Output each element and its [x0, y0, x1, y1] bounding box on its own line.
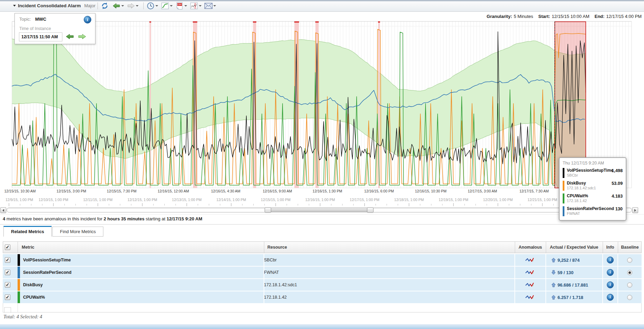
- tooltip-timestamp: Thu 12/17/15 9:20 AM: [563, 161, 623, 166]
- chart-type-dropdown-caret[interactable]: [170, 5, 173, 7]
- next-dropdown-caret[interactable]: [136, 5, 139, 7]
- divider: [0, 214, 644, 215]
- scrollbar-thumb[interactable]: [267, 208, 370, 212]
- timeline-label: 12/10/15, 1:00 PM: [39, 198, 68, 202]
- timeline-label: 12/11/15, 1:00 PM: [83, 198, 112, 202]
- resource-name: 172.18.1.42: [264, 291, 287, 303]
- start-label: Start:: [538, 14, 550, 19]
- timeline-label: 12/18/15, 1:00 PM: [394, 198, 424, 202]
- granularity-value: 5 Minutes: [514, 14, 533, 19]
- anomaly-sparkline-icon: [525, 282, 534, 288]
- range-info-bar: Granularity:5 MinutesStart:12/15/15 10:0…: [487, 14, 642, 19]
- table-row[interactable]: ✓ SessionRatePerSecond FWNAT 59 / 130 i: [3, 267, 642, 278]
- email-dropdown-caret[interactable]: [213, 5, 216, 7]
- bottom-panel-edge: [0, 325, 644, 329]
- x-axis-label: 12/16/15, 12:00 AM: [157, 189, 189, 193]
- incident-time-series-chart[interactable]: 12/15/15, 10:30 AM12/15/15, 3:00 PM12/15…: [0, 0, 644, 214]
- row-checkbox[interactable]: ✓: [5, 282, 10, 288]
- start-value: 12/15/15 10:00 AM: [552, 14, 589, 19]
- table-row[interactable]: ✓ VoIPSessionSetupTime SBCbr 9,252 / 874…: [3, 254, 642, 266]
- topic-info-icon[interactable]: i: [84, 16, 91, 23]
- tooltip-metric-value: 4.183: [612, 193, 623, 203]
- granularity-label: Granularity:: [487, 14, 512, 19]
- resource-name: SBCbr: [264, 254, 277, 266]
- next-time-arrow-icon[interactable]: [78, 33, 87, 42]
- row-checkbox[interactable]: ✓: [5, 257, 10, 263]
- resource-name: FWNAT: [264, 267, 279, 278]
- row-checkbox[interactable]: ✓: [5, 295, 10, 300]
- time-range-dropdown-caret[interactable]: [155, 5, 158, 7]
- select-all-checkbox[interactable]: ✓: [5, 245, 10, 250]
- previous-instance-button[interactable]: [112, 1, 121, 10]
- resource-column-header[interactable]: Resource: [267, 242, 287, 253]
- scrollbar-left-grip[interactable]: [265, 207, 271, 213]
- toolbar-separator: [143, 2, 144, 9]
- anomaly-view-dropdown-caret[interactable]: [199, 5, 202, 7]
- tab-related-metrics[interactable]: Related Metrics: [3, 226, 52, 237]
- series-color-bar: [18, 267, 20, 278]
- metric-column-header[interactable]: Metric: [22, 242, 34, 253]
- tooltip-resource-name: 172.18.1.42: [567, 199, 610, 203]
- next-instance-button[interactable]: [126, 1, 135, 10]
- row-checkbox[interactable]: ✓: [5, 270, 10, 275]
- tooltip-entry: DiskBusy 172.18.1.42:sdc1 53.09: [563, 181, 623, 191]
- chart-type-button[interactable]: [161, 1, 170, 10]
- x-axis-label: 12/16/15, 1:30 PM: [313, 189, 342, 193]
- email-button[interactable]: [204, 1, 213, 10]
- timeline-label: 12/17/15, 1:00 PM: [350, 198, 379, 202]
- time-of-instance-label: Time of Instance: [19, 26, 51, 31]
- baseline-radio[interactable]: [627, 258, 632, 263]
- baseline-radio[interactable]: [627, 295, 632, 300]
- x-axis-label: 12/16/15, 9:00 AM: [263, 189, 292, 193]
- refresh-button[interactable]: [100, 1, 109, 10]
- time-range-button[interactable]: [146, 1, 155, 10]
- alarm-selector-caret-icon[interactable]: [13, 5, 16, 7]
- anomaly-view-button[interactable]: [190, 1, 198, 10]
- x-axis-label: 12/16/15, 10:30 PM: [415, 189, 447, 193]
- timeline-label: 12/20/15, 1:00 PM: [483, 198, 513, 202]
- export-csv-button[interactable]: CSV: [175, 1, 184, 10]
- metrics-table-header: ✓MetricResourceAnomalousActual / Expecte…: [3, 241, 642, 253]
- previous-dropdown-caret[interactable]: [121, 5, 124, 7]
- clock-icon: [147, 2, 154, 10]
- back-arrow-icon: [112, 2, 121, 9]
- baseline-column-header[interactable]: Baseline: [602, 242, 644, 253]
- tooltip-metric-value: 1,498: [612, 168, 623, 178]
- tooltip-entry: VoIPSessionSetupTime SBCbr 1,498: [563, 168, 623, 178]
- toolbar: Incident Consolidated Alarm Major: [0, 0, 644, 12]
- scrollbar-right-grip[interactable]: [367, 207, 374, 213]
- timeline-label: 12/12/15, 1:00 PM: [127, 198, 157, 202]
- instance-time-input[interactable]: 12/17/15 11:50 AM: [19, 32, 62, 41]
- series-color-bar: [563, 181, 564, 191]
- metric-info-button[interactable]: i: [607, 281, 614, 288]
- timeline-label: 12/14/15, 1:00 PM: [216, 198, 246, 202]
- actual-expected-value: 59 / 130: [551, 267, 573, 278]
- series-color-bar: [18, 279, 20, 291]
- forward-arrow-icon: [127, 2, 135, 9]
- tooltip-metric-value: 53.09: [612, 181, 623, 191]
- scroll-right-button[interactable]: [632, 207, 638, 213]
- metric-info-button[interactable]: i: [607, 294, 614, 301]
- chart-hover-tooltip: Thu 12/17/15 9:20 AM VoIPSessionSetupTim…: [559, 157, 626, 221]
- table-row[interactable]: ✓ CPUWait% 172.18.1.42 6.257 / 1.718 i: [3, 291, 642, 303]
- timeline-label: 12/13/15, 1:00 PM: [172, 198, 202, 202]
- scroll-left-button[interactable]: [0, 207, 6, 213]
- baseline-radio[interactable]: [627, 270, 632, 275]
- metric-info-button[interactable]: i: [607, 269, 614, 276]
- anomaly-sparkline-icon: [525, 270, 534, 275]
- previous-time-arrow-icon[interactable]: [65, 33, 74, 42]
- x-axis-label: 12/15/15, 3:00 PM: [57, 189, 86, 193]
- tooltip-resource-name: 172.18.1.42:sdc1: [567, 186, 610, 190]
- tooltip-metric-name: DiskBusy: [567, 181, 610, 186]
- line-chart-icon: [161, 2, 169, 9]
- tooltip-metric-value: 130: [615, 206, 623, 216]
- baseline-radio[interactable]: [627, 282, 632, 288]
- metrics-table-empty-area: [3, 303, 642, 312]
- table-row[interactable]: ✓ DiskBusy 172.18.1.42:sdc1 96.686 / 17.…: [3, 279, 642, 291]
- tab-find-more-metrics[interactable]: Find More Metrics: [52, 227, 103, 237]
- export-dropdown-caret[interactable]: [184, 5, 187, 7]
- up-arrow-icon: [551, 258, 556, 262]
- empty-checkbox-cell: [4, 307, 11, 313]
- svg-text:CSV: CSV: [178, 3, 182, 6]
- metric-info-button[interactable]: i: [607, 257, 614, 263]
